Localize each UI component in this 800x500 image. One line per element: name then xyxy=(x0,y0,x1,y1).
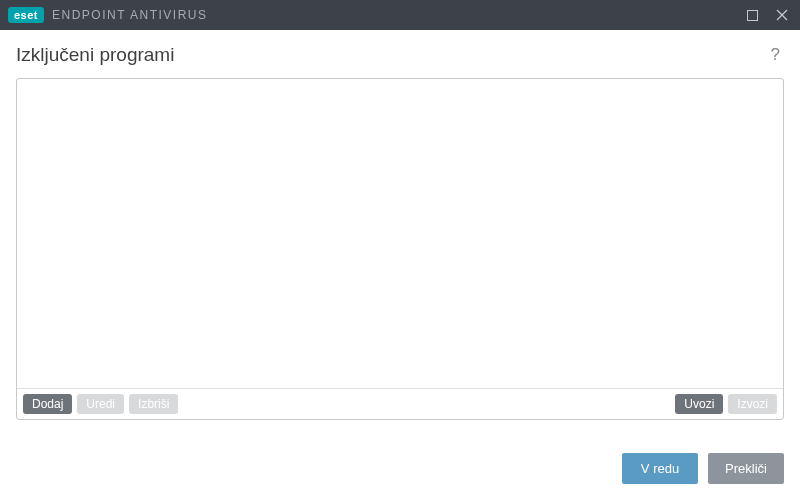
list-actions: Dodaj Uredi Izbriši Uvozi Izvozi xyxy=(17,388,783,419)
delete-button: Izbriši xyxy=(129,394,178,414)
svg-rect-0 xyxy=(747,10,757,20)
cancel-button[interactable]: Prekliči xyxy=(708,453,784,484)
maximize-button[interactable] xyxy=(742,5,762,25)
close-button[interactable] xyxy=(772,5,792,25)
content-area: Izključeni programi ? Dodaj Uredi Izbriš… xyxy=(0,30,800,433)
titlebar: eset ENDPOINT ANTIVIRUS xyxy=(0,0,800,30)
header-row: Izključeni programi ? xyxy=(16,44,784,66)
edit-button: Uredi xyxy=(77,394,124,414)
add-button[interactable]: Dodaj xyxy=(23,394,72,414)
close-icon xyxy=(776,9,788,21)
help-button[interactable]: ? xyxy=(767,45,784,65)
export-button: Izvozi xyxy=(728,394,777,414)
list-body[interactable] xyxy=(17,79,783,388)
help-icon: ? xyxy=(771,45,780,64)
brand-logo: eset xyxy=(8,7,44,23)
footer: V redu Prekliči xyxy=(0,433,800,500)
window-controls xyxy=(742,5,792,25)
excluded-programs-list: Dodaj Uredi Izbriši Uvozi Izvozi xyxy=(16,78,784,420)
ok-button[interactable]: V redu xyxy=(622,453,698,484)
product-name: ENDPOINT ANTIVIRUS xyxy=(52,8,207,22)
page-title: Izključeni programi xyxy=(16,44,174,66)
import-button[interactable]: Uvozi xyxy=(675,394,723,414)
maximize-icon xyxy=(747,10,758,21)
